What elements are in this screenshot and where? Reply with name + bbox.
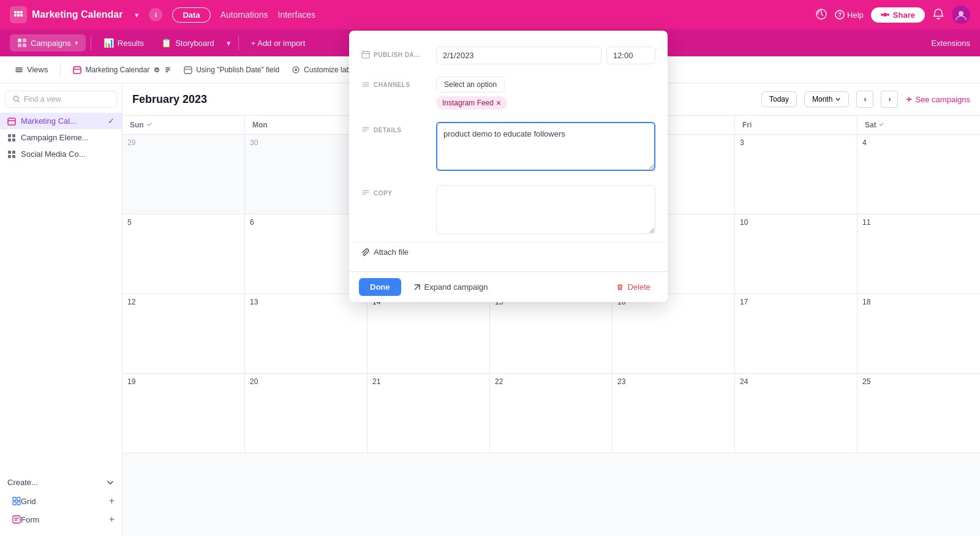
cal-cell-29[interactable]: 29: [123, 135, 245, 214]
cal-cell-feb16[interactable]: 16: [612, 294, 735, 373]
sidebar-item-form[interactable]: Form +: [0, 510, 122, 529]
sidebar-item-marketing-cal[interactable]: Marketing Cal... ✓: [0, 113, 122, 129]
results-tab-label: Results: [118, 39, 144, 48]
campaigns-tab[interactable]: Campaigns ▾: [10, 34, 86, 51]
cal-cell-feb17[interactable]: 17: [735, 294, 858, 373]
cal-cell-feb4[interactable]: 4: [858, 135, 980, 214]
svg-point-16: [295, 69, 297, 71]
details-label: DETAILS: [361, 126, 429, 134]
info-icon[interactable]: i: [149, 8, 162, 21]
svg-rect-25: [8, 155, 11, 158]
create-section[interactable]: Create...: [0, 473, 122, 492]
today-button[interactable]: Today: [761, 91, 797, 107]
campaigns-tab-label: Campaigns: [31, 39, 71, 48]
svg-point-7: [959, 11, 963, 16]
channels-label: CHANNELS: [361, 83, 429, 89]
sidebar-item-grid[interactable]: Grid +: [0, 492, 122, 510]
popup-details-field: DETAILS product demo to educate follower…: [349, 116, 668, 179]
svg-rect-9: [23, 39, 26, 42]
details-value: product demo to educate followers: [436, 122, 655, 173]
main-layout: Find a view Marketing Cal... ✓ Campaign …: [0, 83, 980, 536]
cal-cell-feb15[interactable]: 15: [490, 294, 612, 373]
svg-rect-28: [17, 497, 20, 500]
sidebar-item-campaign-elements[interactable]: Campaign Eleme...: [0, 129, 122, 146]
prev-month-button[interactable]: ‹: [856, 91, 873, 108]
day-header-sun: Sun: [123, 116, 245, 134]
views-toggle[interactable]: Views: [10, 62, 53, 77]
add-grid-icon[interactable]: +: [109, 496, 115, 507]
cal-cell-feb10[interactable]: 10: [735, 214, 858, 293]
svg-rect-19: [8, 134, 11, 137]
day-header-fri: Fri: [735, 116, 858, 134]
delete-button[interactable]: Delete: [609, 279, 658, 295]
cal-cell-feb19[interactable]: 19: [123, 374, 245, 453]
share-button[interactable]: Share: [871, 7, 925, 23]
svg-rect-22: [12, 138, 15, 142]
expand-campaign-button[interactable]: Expand campaign: [406, 279, 496, 295]
done-button[interactable]: Done: [359, 278, 401, 296]
notifications-icon[interactable]: [932, 8, 944, 22]
calendar-main: February 2023 Today Month ‹ › See campai…: [123, 83, 980, 536]
add-or-import-button[interactable]: + Add or import: [244, 35, 313, 51]
cal-cell-feb5[interactable]: 5: [123, 214, 245, 293]
channels-select-button[interactable]: Select an option: [436, 83, 505, 92]
month-dropdown[interactable]: Month: [804, 91, 849, 107]
cal-cell-feb11[interactable]: 11: [858, 214, 980, 293]
popup-footer: Done Expand campaign Delete: [349, 271, 668, 302]
popup-scroll-area: PUBLISH DA... CHANNELS: [349, 83, 668, 271]
cal-cell-feb20[interactable]: 20: [245, 374, 368, 453]
popup-copy-field: COPY: [349, 179, 668, 242]
cal-cell-feb25[interactable]: 25: [858, 374, 980, 453]
app-dropdown-icon[interactable]: ▾: [135, 10, 139, 20]
automations-link[interactable]: Automations: [221, 10, 268, 20]
svg-point-4: [883, 13, 887, 17]
copy-value: [436, 185, 655, 236]
history-icon[interactable]: [815, 8, 827, 22]
svg-rect-29: [13, 502, 16, 505]
results-tab[interactable]: 📊 Results: [96, 34, 151, 51]
add-form-icon[interactable]: +: [109, 514, 115, 525]
help-button[interactable]: ? Help: [835, 10, 864, 20]
next-month-button[interactable]: ›: [881, 91, 898, 108]
cal-cell-feb22[interactable]: 22: [490, 374, 612, 453]
user-avatar[interactable]: [952, 6, 970, 24]
svg-rect-31: [13, 516, 20, 523]
copy-textarea[interactable]: [436, 185, 655, 234]
cal-cell-feb13[interactable]: 13: [245, 294, 368, 373]
attach-file-button[interactable]: Attach file: [349, 242, 668, 262]
cal-cell-feb3[interactable]: 3: [735, 135, 858, 214]
storyboard-tab[interactable]: 📋 Storyboard: [154, 34, 222, 51]
interfaces-link[interactable]: Interfaces: [278, 10, 315, 20]
top-nav-right: ? Help Share: [815, 6, 970, 24]
svg-rect-27: [13, 497, 16, 500]
calendar-week-4: 19 20 21 22 23 24 25: [123, 374, 980, 453]
day-header-sat: Sat: [858, 116, 980, 134]
sidebar-item-social-media[interactable]: Social Media Co...: [0, 146, 122, 162]
calendar-name: Marketing Calendar: [68, 63, 176, 77]
svg-point-13: [154, 67, 159, 72]
svg-rect-18: [8, 118, 15, 125]
svg-rect-20: [12, 134, 15, 137]
cal-cell-feb12[interactable]: 12: [123, 294, 245, 373]
calendar-title: February 2023: [132, 93, 207, 106]
cal-cell-feb21[interactable]: 21: [368, 374, 490, 453]
calendar-week-3: 12 13 14 15 16 17 18: [123, 294, 980, 374]
publish-date-field[interactable]: Using "Publish Date" field: [179, 63, 284, 77]
data-button[interactable]: Data: [172, 7, 210, 23]
extensions-link[interactable]: Extensions: [931, 39, 970, 48]
find-view-search[interactable]: Find a view: [5, 91, 117, 108]
svg-rect-14: [184, 67, 192, 74]
cal-cell-feb18[interactable]: 18: [858, 294, 980, 373]
remove-tag-button[interactable]: ×: [496, 98, 501, 108]
app-logo[interactable]: Marketing Calendar: [10, 6, 123, 23]
svg-rect-8: [18, 39, 21, 42]
cal-cell-feb23[interactable]: 23: [612, 374, 735, 453]
more-views-dropdown[interactable]: ▾: [224, 39, 233, 48]
storyboard-tab-label: Storyboard: [175, 39, 214, 48]
details-textarea[interactable]: product demo to educate followers: [436, 122, 655, 171]
svg-rect-21: [8, 138, 11, 142]
cal-cell-feb24[interactable]: 24: [735, 374, 858, 453]
svg-point-5: [881, 13, 883, 16]
see-campaigns-link[interactable]: See campaigns: [905, 95, 970, 104]
cal-cell-feb14[interactable]: 14: [368, 294, 490, 373]
